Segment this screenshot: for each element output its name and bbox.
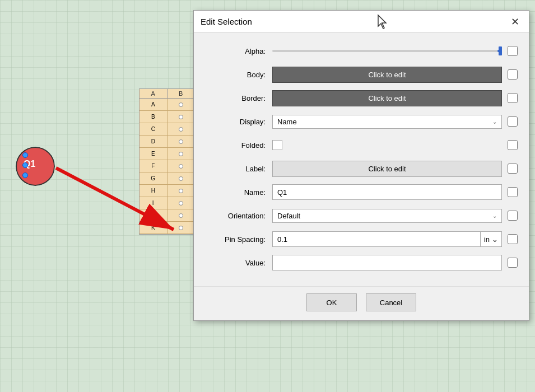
q1-pins	[22, 152, 28, 178]
border-row: Border: Click to edit	[205, 89, 518, 107]
q1-pin-3	[22, 172, 28, 178]
folded-row-checkbox[interactable]	[508, 140, 518, 150]
label-checkbox[interactable]	[508, 164, 518, 174]
dialog-footer: OK Cancel	[194, 286, 529, 320]
panel-row-k: K	[139, 222, 194, 234]
panel-row-j: J	[139, 209, 194, 222]
row-label-e: E	[139, 148, 168, 160]
pin-j1	[168, 209, 195, 221]
col-b: B	[168, 89, 195, 98]
panel-row-d: D	[139, 136, 194, 148]
display-dropdown-arrow: ⌄	[492, 119, 497, 125]
display-checkbox[interactable]	[508, 116, 518, 127]
panel-row-b: B	[139, 111, 194, 123]
panel-row-g: G	[139, 172, 194, 185]
row-label-j: J	[139, 209, 168, 221]
cancel-button[interactable]: Cancel	[366, 293, 416, 311]
panel-header: A B	[139, 89, 194, 99]
body-edit-button[interactable]: Click to edit	[272, 67, 502, 83]
orientation-row: Orientation: Default ⌄	[205, 207, 518, 225]
col-a: A	[139, 89, 168, 98]
row-label-k: K	[139, 222, 168, 234]
folded-control	[272, 140, 502, 150]
unit-dropdown[interactable]: in ⌄	[480, 231, 502, 247]
row-label-i: I	[139, 197, 168, 209]
body-control: Click to edit	[272, 67, 502, 83]
unit-arrow: ⌄	[492, 235, 498, 244]
q1-body: Q1	[16, 147, 55, 186]
row-label-d: D	[139, 136, 168, 147]
orientation-control: Default ⌄	[272, 209, 502, 223]
row-label-h: H	[139, 185, 168, 197]
display-row: Display: Name ⌄	[205, 113, 518, 130]
label-control: Click to edit	[272, 161, 502, 177]
value-control	[272, 255, 502, 270]
body-label: Body:	[205, 71, 272, 79]
q1-pin-1	[22, 152, 28, 158]
display-label: Display:	[205, 118, 272, 126]
dialog-title: Edit Selection	[201, 17, 252, 26]
pin-spacing-input[interactable]	[272, 231, 480, 247]
row-label-g: G	[139, 172, 168, 184]
unit-value: in	[484, 235, 490, 244]
label-label: Label:	[205, 165, 272, 173]
pin-c1	[168, 123, 195, 135]
value-label: Value:	[205, 259, 272, 267]
pin-i1	[168, 197, 195, 209]
value-checkbox[interactable]	[508, 258, 518, 268]
panel-row-i: I	[139, 197, 194, 209]
name-row: Name:	[205, 183, 518, 201]
alpha-slider-thumb[interactable]	[499, 46, 502, 55]
value-row: Value:	[205, 254, 518, 272]
row-label-b: B	[139, 111, 168, 123]
row-label-a: A	[139, 99, 168, 110]
pin-d1	[168, 136, 195, 147]
panel-row-f: F	[139, 160, 194, 172]
value-input[interactable]	[272, 255, 502, 270]
alpha-row: Alpha:	[205, 42, 518, 60]
name-input[interactable]	[272, 184, 502, 200]
border-label: Border:	[205, 94, 272, 102]
body-checkbox[interactable]	[508, 69, 518, 80]
alpha-slider-track[interactable]	[272, 50, 502, 52]
component-panel: A B A B C D E F G H I J K	[139, 88, 195, 235]
row-label-f: F	[139, 160, 168, 172]
pin-h1	[168, 185, 195, 197]
dialog-titlebar: Edit Selection ✕	[194, 11, 529, 33]
pin-spacing-wrap: in ⌄	[272, 231, 502, 247]
orientation-dropdown[interactable]: Default ⌄	[272, 209, 502, 223]
display-value: Name	[277, 118, 297, 126]
pin-f1	[168, 160, 195, 172]
ok-button[interactable]: OK	[306, 293, 357, 311]
name-label: Name:	[205, 188, 272, 197]
name-control	[272, 184, 502, 200]
border-control: Click to edit	[272, 90, 502, 106]
q1-component[interactable]: Q1	[16, 147, 61, 192]
orientation-checkbox[interactable]	[508, 211, 518, 221]
display-dropdown[interactable]: Name ⌄	[272, 115, 502, 129]
alpha-checkbox[interactable]	[508, 46, 518, 56]
panel-row-c: C	[139, 123, 194, 136]
body-row: Body: Click to edit	[205, 66, 518, 83]
orientation-value: Default	[277, 212, 300, 220]
panel-row-h: H	[139, 185, 194, 197]
alpha-label: Alpha:	[205, 47, 272, 55]
panel-row-e: E	[139, 148, 194, 160]
folded-checkbox[interactable]	[272, 140, 282, 150]
orientation-dropdown-arrow: ⌄	[492, 213, 497, 219]
pin-spacing-row: Pin Spacing: in ⌄	[205, 230, 518, 248]
pin-e1	[168, 148, 195, 160]
label-edit-button[interactable]: Click to edit	[272, 161, 502, 177]
folded-label: Folded:	[205, 141, 272, 150]
panel-row-a: A	[139, 99, 194, 111]
pin-k1	[168, 222, 195, 234]
pin-spacing-control: in ⌄	[272, 231, 502, 247]
border-edit-button[interactable]: Click to edit	[272, 90, 502, 106]
orientation-label: Orientation:	[205, 212, 272, 220]
q1-pin-2	[22, 162, 28, 168]
pin-spacing-checkbox[interactable]	[508, 234, 518, 244]
name-checkbox[interactable]	[508, 187, 518, 197]
close-button[interactable]: ✕	[509, 15, 522, 29]
pin-spacing-label: Pin Spacing:	[205, 235, 272, 244]
border-checkbox[interactable]	[508, 93, 518, 103]
